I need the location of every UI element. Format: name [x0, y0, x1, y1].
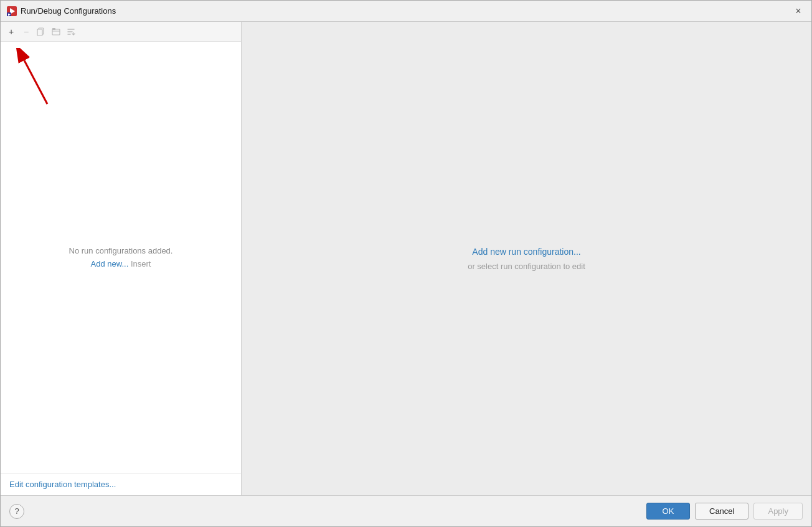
no-config-message: No run configurations added. — [69, 246, 173, 255]
or-select-text: or select run configuration to edit — [468, 262, 585, 271]
left-panel: + − — [1, 22, 242, 495]
ok-button[interactable]: OK — [646, 503, 690, 520]
right-panel: Add new run configuration... or select r… — [242, 22, 811, 495]
bottom-right: OK Cancel Apply — [646, 503, 803, 520]
move-to-group-button[interactable] — [49, 25, 63, 39]
copy-config-button[interactable] — [34, 25, 48, 39]
svg-rect-7 — [52, 28, 55, 30]
cancel-button[interactable]: Cancel — [695, 503, 748, 520]
run-debug-configurations-dialog: Run/Debug Configurations × + − — [0, 0, 812, 527]
insert-hint: Insert — [131, 259, 151, 268]
help-button[interactable]: ? — [9, 504, 24, 519]
dialog-icon — [7, 6, 17, 16]
svg-rect-6 — [52, 29, 60, 35]
title-bar: Run/Debug Configurations × — [1, 1, 811, 22]
title-bar-left: Run/Debug Configurations — [7, 6, 116, 16]
config-list-area: No run configurations added. Add new... … — [1, 42, 241, 473]
bottom-bar: ? OK Cancel Apply — [1, 495, 811, 526]
add-config-button[interactable]: + — [4, 25, 18, 39]
bottom-left: ? — [9, 504, 24, 519]
red-arrow-annotation — [13, 48, 57, 112]
svg-rect-5 — [37, 29, 42, 36]
dialog-title: Run/Debug Configurations — [21, 6, 116, 16]
remove-config-button[interactable]: − — [19, 25, 33, 39]
add-new-config-link[interactable]: Add new run configuration... — [472, 247, 580, 257]
sort-button[interactable] — [64, 25, 78, 39]
add-new-link[interactable]: Add new... — [91, 259, 129, 268]
svg-line-9 — [24, 60, 47, 104]
toolbar: + − — [1, 22, 241, 42]
left-panel-footer: Edit configuration templates... — [1, 473, 241, 495]
apply-button[interactable]: Apply — [753, 503, 803, 520]
close-button[interactable]: × — [791, 4, 805, 18]
add-new-hint: Add new... Insert — [91, 259, 151, 268]
edit-templates-link[interactable]: Edit configuration templates... — [9, 480, 116, 489]
content-area: + − — [1, 22, 811, 495]
